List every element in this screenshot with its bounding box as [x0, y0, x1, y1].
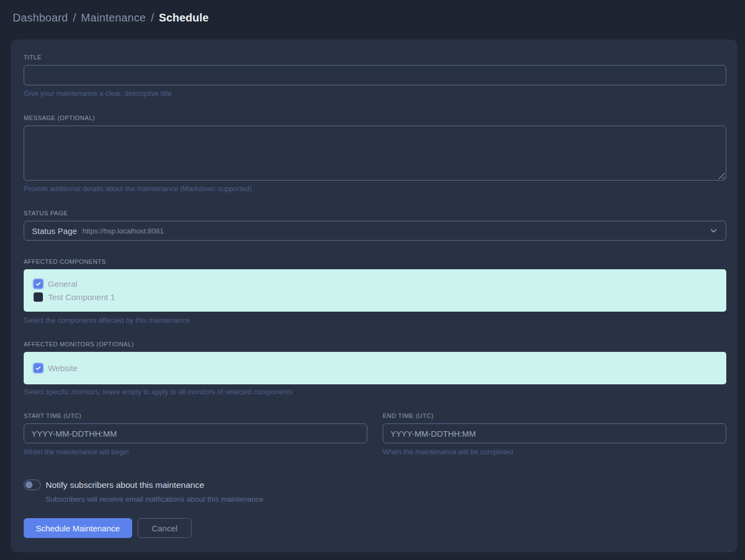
status-page-selected-name: Status Page	[32, 226, 77, 236]
start-time-field: START TIME (UTC) When the maintenance wi…	[24, 412, 367, 455]
end-time-label: END TIME (UTC)	[383, 412, 726, 420]
monitor-option-label: Website	[48, 363, 78, 373]
start-time-help-text: When the maintenance will begin	[24, 448, 367, 455]
checkbox-general[interactable]	[34, 279, 43, 289]
component-option-test-component-1[interactable]: Test Component 1	[34, 290, 716, 303]
title-field: TITLE Give your maintenance a clear, des…	[24, 54, 726, 97]
start-time-label: START TIME (UTC)	[24, 412, 367, 420]
status-page-selected-url: https://hsp.localhost:8081	[83, 227, 164, 235]
chevron-down-icon	[709, 226, 718, 235]
title-input[interactable]	[24, 65, 726, 85]
monitor-option-website[interactable]: Website	[34, 361, 716, 374]
schedule-maintenance-panel: TITLE Give your maintenance a clear, des…	[11, 40, 737, 552]
affected-components-listbox: General Test Component 1	[24, 269, 726, 312]
check-icon	[35, 365, 41, 371]
start-time-input[interactable]	[24, 423, 367, 443]
component-option-label: Test Component 1	[48, 292, 115, 302]
affected-monitors-listbox: Website	[24, 352, 726, 384]
message-textarea[interactable]	[24, 126, 726, 181]
affected-components-help-text: Select the components affected by this m…	[24, 317, 726, 324]
notify-subscribers-label: Notify subscribers about this maintenanc…	[46, 480, 204, 490]
notify-subscribers-toggle[interactable]	[24, 480, 41, 490]
schedule-maintenance-button[interactable]: Schedule Maintenance	[24, 518, 132, 538]
component-option-label: General	[48, 279, 77, 289]
status-page-label: STATUS PAGE	[24, 210, 726, 217]
affected-monitors-field: AFFECTED MONITORS (OPTIONAL) Website Sel…	[24, 341, 726, 395]
affected-monitors-help-text: Select specific monitors; leave empty to…	[24, 388, 726, 395]
message-field: MESSAGE (OPTIONAL) Provide additional de…	[24, 115, 726, 192]
form-actions: Schedule Maintenance Cancel	[24, 518, 726, 538]
affected-components-label: AFFECTED COMPONENTS	[24, 258, 726, 265]
breadcrumb-separator: /	[151, 12, 154, 24]
toggle-knob	[25, 481, 32, 488]
title-help-text: Give your maintenance a clear, descripti…	[24, 90, 726, 97]
time-range-row: START TIME (UTC) When the maintenance wi…	[24, 412, 726, 455]
message-label: MESSAGE (OPTIONAL)	[24, 115, 726, 122]
end-time-field: END TIME (UTC) When the maintenance will…	[383, 412, 726, 455]
affected-monitors-label: AFFECTED MONITORS (OPTIONAL)	[24, 341, 726, 348]
breadcrumb-item-dashboard[interactable]: Dashboard	[13, 12, 68, 24]
message-help-text: Provide additional details about the mai…	[24, 185, 726, 192]
checkbox-website[interactable]	[34, 363, 43, 373]
checkbox-test-component-1[interactable]	[34, 292, 43, 302]
breadcrumb-item-maintenance[interactable]: Maintenance	[81, 12, 146, 24]
component-option-general[interactable]: General	[34, 277, 716, 290]
notify-subscribers-block: Notify subscribers about this maintenanc…	[24, 480, 726, 503]
status-page-field: STATUS PAGE Status Page https://hsp.loca…	[24, 210, 726, 241]
end-time-help-text: When the maintenance will be completed	[383, 448, 726, 455]
cancel-button[interactable]: Cancel	[138, 518, 192, 538]
end-time-input[interactable]	[383, 423, 726, 443]
breadcrumb: Dashboard / Maintenance / Schedule	[13, 12, 209, 24]
notify-subscribers-help-text: Subscribers will receive email notificat…	[46, 495, 726, 503]
breadcrumb-separator: /	[73, 12, 77, 24]
status-page-select[interactable]: Status Page https://hsp.localhost:8081	[24, 221, 726, 241]
affected-components-field: AFFECTED COMPONENTS General Test Compone…	[24, 258, 726, 324]
breadcrumb-item-schedule: Schedule	[159, 12, 209, 24]
check-icon	[35, 281, 41, 287]
top-bar: Dashboard / Maintenance / Schedule	[0, 0, 745, 29]
title-label: TITLE	[24, 54, 726, 61]
